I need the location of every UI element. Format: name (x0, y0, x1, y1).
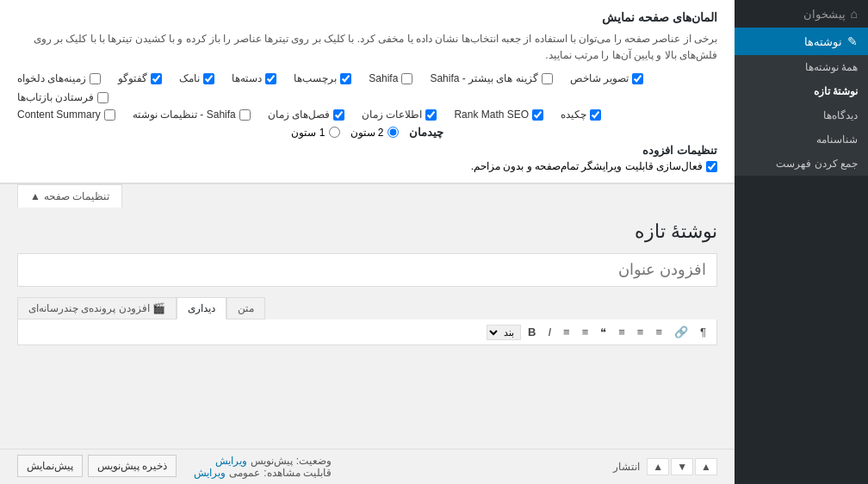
sidebar-item-fihrist[interactable]: جمع کردن فهرست (735, 152, 868, 176)
save-draft-button[interactable]: ذخیره پیش‌نویس (88, 455, 177, 477)
publish-buttons: ذخیره پیش‌نویس پیش‌نمایش (17, 455, 177, 477)
publish-label: انتشار (613, 461, 640, 473)
toolbar-align-right[interactable]: ≡ (650, 323, 667, 341)
option-seasons[interactable]: فصل‌های زمان (268, 109, 344, 121)
status-value: پیش‌نویس (251, 455, 293, 467)
checkbox-advanced[interactable] (706, 161, 717, 172)
publish-meta: وضعیت: پیش‌نویس ویرایش قابلیت مشاهده: عم… (17, 455, 332, 479)
checkbox-featured-image[interactable] (632, 73, 643, 84)
sort-icons: ▲ ▼ ▲ (647, 458, 717, 475)
option-info-time[interactable]: اطلاعات زمان (362, 109, 437, 121)
option-sahifa-settings[interactable]: Sahifa - تنظیمات نوشته (133, 109, 251, 121)
option-name[interactable]: نامک (179, 72, 214, 84)
editor-tabs: متن دیداری 🎬 افزودن پرونده‌ی چندرسانه‌ای (17, 297, 717, 320)
checkbox-info-time[interactable] (425, 109, 437, 121)
tab-bar: تنظیمات صفحه ▲ (0, 183, 735, 208)
screen-options-title: المان‌های صفحه نمایش (17, 10, 717, 24)
toolbar-format-select[interactable]: بند (487, 325, 521, 340)
bottom-left: ▲ ▼ ▲ انتشار (613, 458, 717, 475)
checkboxes-row-1: تصویر شاخص گزینه های بیشتر - Sahifa Sahi… (17, 72, 717, 103)
add-media-btn[interactable]: 🎬 افزودن پرونده‌ی چندرسانه‌ای (17, 297, 177, 320)
sidebar-item-posts[interactable]: ✎ نوشته‌ها (735, 28, 868, 55)
sidebar-item-shenasname[interactable]: شناسنامه (735, 127, 868, 152)
checkbox-categories[interactable] (265, 73, 276, 84)
title-input-wrap (17, 253, 717, 287)
radio-1-col[interactable] (329, 127, 340, 138)
toolbar-align-left[interactable]: ≡ (613, 323, 630, 341)
columns-row: چیدمان 2 ستون 1 ستون (17, 126, 717, 139)
status-row: وضعیت: پیش‌نویس ویرایش (194, 455, 332, 467)
posts-icon: ✎ (847, 34, 858, 48)
visibility-label: قابلیت مشاهده: (264, 467, 332, 479)
checkbox-send-authors[interactable] (97, 92, 108, 103)
checkbox-custom-fields[interactable] (90, 73, 101, 84)
option-custom-fields[interactable]: زمینه‌های دلخواه (17, 72, 101, 84)
sidebar-item-all-posts[interactable]: همهٔ نوشته‌ها (735, 55, 868, 79)
post-title-input[interactable] (17, 253, 717, 287)
sort-down-btn[interactable]: ▼ (671, 458, 693, 475)
preview-button[interactable]: پیش‌نمایش (17, 455, 83, 477)
columns-label: چیدمان (409, 126, 443, 139)
sidebar-item-dashboard[interactable]: ⌂ پیشخوان (735, 0, 868, 28)
radio-2-col[interactable] (388, 127, 399, 138)
dashboard-icon: ⌂ (851, 7, 858, 21)
advanced-title: تنظیمات افزوده (17, 144, 717, 157)
toolbar-paragraph[interactable]: ¶ (695, 323, 711, 341)
screen-options-panel: المان‌های صفحه نمایش برخی از عناصر صفحه … (0, 0, 735, 183)
toolbar-ol[interactable]: ≡ (577, 323, 594, 341)
toolbar-link[interactable]: 🔗 (669, 323, 693, 341)
status-edit-link[interactable]: ویرایش (215, 455, 247, 467)
option-content-summary[interactable]: Content Summary (17, 109, 115, 121)
checkbox-abstract[interactable] (590, 109, 601, 121)
checkbox-sahifa2[interactable] (401, 73, 412, 84)
main-content: المان‌های صفحه نمایش برخی از عناصر صفحه … (0, 0, 735, 484)
posts-submenu: همهٔ نوشته‌ها نوشتهٔ تازه دیدگاه‌ها شناس… (735, 55, 868, 176)
toolbar-align-center[interactable]: ≡ (632, 323, 649, 341)
checkbox-more-options[interactable] (542, 73, 553, 84)
sidebar-label-posts: نوشته‌ها (804, 35, 842, 48)
col-1-option[interactable]: 1 ستون (291, 127, 339, 139)
toolbar-ul[interactable]: ≡ (558, 323, 575, 341)
bottom-bar: ▲ ▼ ▲ انتشار وضعیت: پیش‌نویس ویرایش قابل… (0, 449, 735, 484)
option-categories[interactable]: دسته‌ها (232, 72, 276, 84)
advanced-option[interactable]: فعال‌سازی قابلیت ویرایشگر تمام‌صفحه و بد… (17, 160, 717, 172)
tab-visual[interactable]: دیداری (177, 297, 226, 320)
editor-toolbar: ¶ 🔗 ≡ ≡ ≡ ❝ ≡ ≡ I B بند (17, 320, 717, 345)
checkbox-tags[interactable] (340, 73, 351, 84)
sort-up2-btn[interactable]: ▲ (647, 458, 669, 475)
sidebar-item-new-post[interactable]: نوشتهٔ تازه (735, 79, 868, 103)
sort-up-btn[interactable]: ▲ (695, 458, 717, 475)
option-more-options[interactable]: گزینه های بیشتر - Sahifa (430, 72, 552, 84)
option-rank-math[interactable]: Rank Math SEO (454, 109, 543, 121)
advanced-section: تنظیمات افزوده فعال‌سازی قابلیت ویرایشگر… (17, 144, 717, 172)
visibility-edit-link[interactable]: ویرایش (194, 467, 226, 479)
status-label: وضعیت: (296, 455, 332, 467)
checkbox-sahifa-settings[interactable] (239, 109, 251, 121)
col-2-option[interactable]: 2 ستون (350, 127, 399, 139)
option-sahifa2[interactable]: Sahifa (369, 72, 412, 84)
option-tags[interactable]: برچسب‌ها (294, 72, 351, 84)
checkbox-seasons[interactable] (333, 109, 344, 121)
toolbar-italic[interactable]: I (542, 323, 556, 341)
toolbar-blockquote[interactable]: ❝ (595, 323, 611, 341)
screen-options-tab[interactable]: تنظیمات صفحه ▲ (17, 184, 122, 208)
sidebar-label-dashboard: پیشخوان (803, 8, 846, 21)
tab-text[interactable]: متن (226, 297, 265, 320)
option-abstract[interactable]: چکیده (561, 109, 601, 121)
checkboxes-row-2: چکیده Rank Math SEO اطلاعات زمان فصل‌های… (17, 109, 717, 121)
checkbox-name[interactable] (203, 73, 214, 84)
option-featured-image[interactable]: تصویر شاخص (570, 72, 643, 84)
checkbox-goftogoo[interactable] (151, 73, 162, 84)
chevron-up-icon: ▲ (30, 190, 40, 202)
visibility-row: قابلیت مشاهده: عمومی ویرایش (194, 467, 332, 479)
visibility-value: عمومی (229, 467, 260, 479)
sidebar: ⌂ پیشخوان ✎ نوشته‌ها همهٔ نوشته‌ها نوشته… (735, 0, 868, 484)
page-title: نوشتهٔ تازه (17, 220, 717, 243)
checkbox-content-summary[interactable] (104, 109, 115, 121)
toolbar-bold[interactable]: B (523, 323, 541, 341)
option-send-authors[interactable]: فرستادن بازتاب‌ها (17, 91, 108, 103)
status-visibility: وضعیت: پیش‌نویس ویرایش قابلیت مشاهده: عم… (194, 455, 332, 479)
option-goftogoo[interactable]: گفتوگو (118, 72, 162, 84)
checkbox-rank-math[interactable] (532, 109, 543, 121)
sidebar-item-comments[interactable]: دیدگاه‌ها (735, 103, 868, 127)
